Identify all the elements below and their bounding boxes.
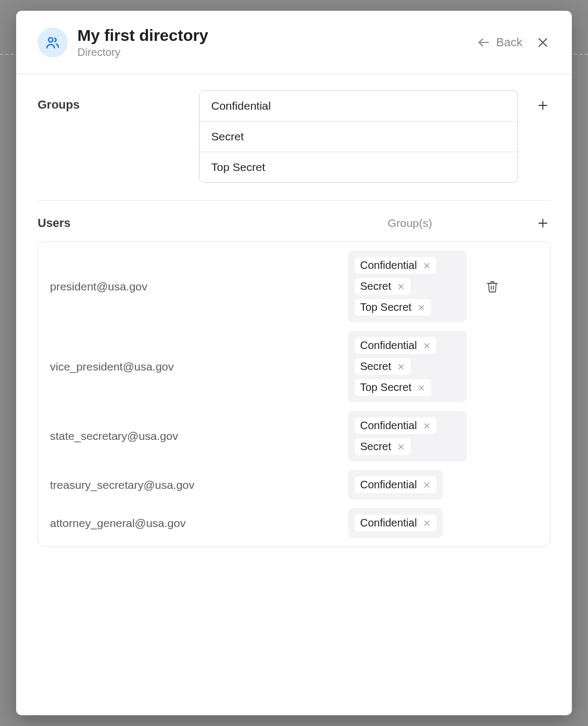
close-icon [423,519,431,527]
user-row: state_secretary@usa.govConfidentialSecre… [38,407,550,466]
plus-icon [537,217,549,229]
close-icon [418,384,425,392]
close-button[interactable] [535,35,550,50]
group-tag: Secret [355,438,411,455]
group-tag-label: Secret [360,280,391,293]
modal-subtitle: Directory [77,46,477,59]
close-icon [397,363,405,371]
group-tag: Secret [355,358,411,375]
group-row[interactable]: Confidential [199,91,518,121]
groups-label: Groups [38,90,199,112]
group-tag-label: Secret [360,440,391,453]
add-user-button[interactable] [535,216,550,231]
groups-add-col [518,90,550,113]
group-tag: Confidential [355,337,436,354]
group-tag: Confidential [355,476,436,493]
group-tag-label: Secret [360,360,391,373]
section-divider [38,200,550,201]
user-email: president@usa.gov [50,280,348,293]
group-tag: Top Secret [355,379,431,396]
close-icon [397,283,405,290]
group-tag-label: Confidential [360,479,417,491]
remove-tag-button[interactable] [397,362,405,371]
trash-icon [486,280,499,293]
group-tag-label: Top Secret [360,381,412,394]
modal-header: My first directory Directory Back [16,11,572,74]
remove-tag-button[interactable] [417,383,426,392]
add-group-button[interactable] [535,98,550,113]
user-groups-panel[interactable]: ConfidentialSecretTop Secret [348,251,467,322]
plus-icon [537,99,549,111]
user-row: treasury_secretary@usa.govConfidential [38,466,550,504]
users-label: Users [38,216,199,230]
title-block: My first directory Directory [77,26,477,59]
close-icon [423,342,431,350]
group-tag-label: Top Secret [360,301,412,314]
remove-tag-button[interactable] [422,341,431,350]
close-icon [423,422,431,430]
delete-user-button[interactable] [486,280,499,293]
remove-tag-button[interactable] [422,481,431,489]
arrow-left-icon [477,35,491,49]
directory-avatar [38,27,68,58]
groups-listbox: Confidential Secret Top Secret [199,90,518,183]
user-groups-panel[interactable]: ConfidentialSecretTop Secret [348,331,467,402]
remove-tag-button[interactable] [397,443,405,451]
remove-tag-button[interactable] [422,519,431,528]
group-row[interactable]: Secret [199,121,518,152]
group-row[interactable]: Top Secret [199,152,518,182]
group-tag: Confidential [355,515,436,531]
user-row: attorney_general@usa.govConfidential [38,504,550,542]
remove-tag-button[interactable] [422,261,431,270]
back-label: Back [496,35,522,49]
group-tag: Secret [355,278,411,295]
user-groups-panel[interactable]: ConfidentialSecret [348,411,467,461]
user-email: attorney_general@usa.gov [50,517,348,530]
user-email: vice_president@usa.gov [50,360,348,373]
people-icon [45,34,61,51]
close-icon [397,443,405,451]
user-email: state_secretary@usa.gov [50,430,348,443]
user-email: treasury_secretary@usa.gov [50,479,348,492]
users-add-col [518,216,550,231]
modal-title: My first directory [77,26,477,45]
users-section-header: Users Group(s) [38,216,550,231]
directory-modal: My first directory Directory Back Group [16,11,572,715]
user-row-actions [467,280,499,293]
group-tag: Top Secret [355,299,431,316]
header-actions: Back [477,35,550,50]
remove-tag-button[interactable] [397,282,405,291]
user-row: president@usa.govConfidentialSecretTop S… [38,246,550,326]
remove-tag-button[interactable] [422,422,431,430]
back-button[interactable]: Back [477,35,522,49]
close-icon [423,262,431,269]
user-groups-panel[interactable]: Confidential [348,508,443,538]
close-icon [418,304,425,311]
group-tag-label: Confidential [360,419,417,432]
group-tag: Confidential [355,417,436,434]
group-tag-label: Confidential [360,259,417,272]
user-groups-panel[interactable]: Confidential [348,470,443,500]
remove-tag-button[interactable] [417,303,426,312]
user-row: vice_president@usa.govConfidentialSecret… [38,326,550,407]
close-icon [536,36,549,49]
group-tag-label: Confidential [360,517,417,529]
close-icon [423,481,431,489]
groups-column-header: Group(s) [388,217,432,230]
modal-body: Groups Confidential Secret Top Secret Us… [16,74,572,715]
groups-section: Groups Confidential Secret Top Secret [38,90,550,183]
users-list: president@usa.govConfidentialSecretTop S… [38,241,550,547]
svg-point-0 [48,38,53,42]
group-tag-label: Confidential [360,339,417,352]
group-tag: Confidential [355,257,436,274]
